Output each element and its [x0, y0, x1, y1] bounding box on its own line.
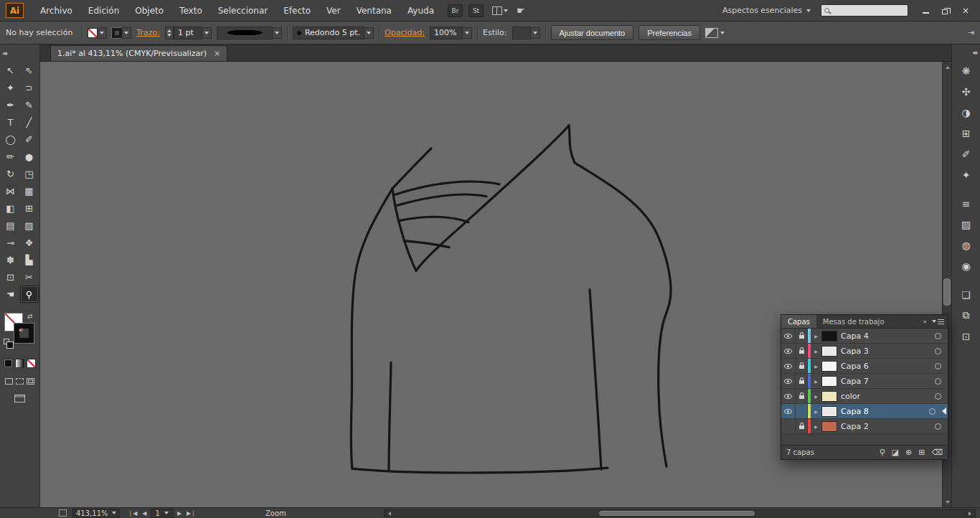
new-layer-icon[interactable]: ⊞ [918, 448, 925, 457]
menu-objeto[interactable]: Objeto [127, 0, 171, 22]
swatches-panel-icon[interactable]: ⊞ [956, 123, 977, 143]
hand-tool[interactable]: ☚ [1, 286, 20, 303]
type-tool[interactable]: T [1, 113, 20, 131]
transparency-panel-icon[interactable]: ◍ [956, 235, 977, 255]
layer-target-circle[interactable] [935, 333, 941, 339]
horizontal-scrollbar[interactable] [384, 509, 976, 517]
layer-name[interactable]: Capa 8 [837, 407, 929, 416]
graphic-style-value[interactable] [512, 27, 531, 39]
locate-object-icon[interactable]: ⚲ [880, 448, 885, 457]
stroke-panel-icon[interactable]: ≡ [956, 194, 977, 213]
menu-efecto[interactable]: Efecto [275, 0, 319, 22]
stroke-panel-link[interactable]: Trazo: [136, 28, 160, 37]
tab-close-icon[interactable]: × [214, 49, 220, 58]
layer-expand-triangle[interactable]: ▶ [811, 404, 821, 418]
delete-layer-icon[interactable]: ⌫ [931, 448, 943, 457]
appearance-panel-icon[interactable]: ◉ [956, 256, 977, 276]
layer-thumbnail[interactable] [821, 406, 837, 417]
layer-expand-triangle[interactable]: ▶ [811, 419, 821, 433]
menu-ventana[interactable]: Ventana [349, 0, 400, 22]
default-fill-stroke-icon[interactable] [4, 339, 9, 344]
layer-target-circle[interactable] [935, 348, 941, 354]
layer-thumbnail[interactable] [821, 376, 837, 387]
layer-expand-triangle[interactable]: ▶ [811, 329, 821, 343]
blend-tool[interactable]: ❖ [20, 234, 39, 251]
layer-lock-toggle[interactable] [796, 389, 808, 403]
fill-dropdown[interactable] [98, 27, 107, 39]
eyedropper-tool[interactable]: ⊸ [1, 234, 20, 251]
layer-target-circle[interactable] [935, 378, 941, 385]
brushes-panel-icon[interactable]: ✐ [956, 144, 977, 164]
bridge-button[interactable]: Br [448, 4, 463, 17]
menu-edicion[interactable]: Edición [80, 0, 127, 22]
kuler-panel-icon[interactable]: ❋ [956, 61, 977, 80]
lasso-tool[interactable]: ⊃ [20, 79, 39, 96]
preferences-button[interactable]: Preferencias [639, 25, 700, 40]
layer-target-circle[interactable] [935, 363, 941, 369]
layer-name[interactable]: Capa 2 [837, 422, 935, 431]
style-button[interactable]: St [468, 4, 484, 17]
layer-row[interactable]: ▶Capa 7 [781, 374, 948, 389]
layer-name[interactable]: Capa 6 [837, 362, 935, 371]
brush-definition-value[interactable]: Redondo 5 pt. [293, 27, 364, 39]
tools-collapse-button[interactable]: ◂◂ [0, 44, 39, 62]
ellipse-tool[interactable]: ◯ [1, 131, 20, 148]
menu-ver[interactable]: Ver [319, 0, 349, 22]
layer-name[interactable]: Capa 4 [837, 331, 935, 341]
color-mode-button[interactable] [4, 359, 13, 368]
free-transform-tool[interactable]: ▦ [20, 182, 39, 199]
layer-name[interactable]: color [837, 392, 935, 401]
rotate-tool[interactable]: ↻ [1, 165, 20, 182]
width-tool[interactable]: ⋈ [1, 182, 20, 199]
fill-color-control[interactable] [88, 27, 107, 39]
stroke-weight-value[interactable]: 1 pt [174, 27, 202, 39]
layer-target-circle[interactable] [929, 408, 936, 415]
screen-mode-button[interactable] [14, 395, 25, 402]
artboards-panel-icon[interactable]: ⊡ [956, 326, 977, 346]
stroke-color-control[interactable] [112, 27, 131, 39]
brush-definition-dropdown[interactable] [364, 27, 374, 39]
pen-tool[interactable]: ✒ [1, 96, 20, 113]
stroke-swatch[interactable] [14, 324, 34, 343]
draw-inside-button[interactable] [27, 378, 34, 385]
column-graph-tool[interactable]: ▙ [20, 251, 39, 268]
magic-wand-tool[interactable]: ✦ [1, 79, 20, 96]
menu-archivo[interactable]: Archivo [32, 0, 80, 22]
layer-visibility-toggle[interactable] [781, 359, 796, 373]
share-icon[interactable]: ☛ [517, 5, 525, 16]
workspace-switcher[interactable]: Aspectos esenciales [720, 4, 814, 17]
width-profile-preview[interactable] [217, 27, 273, 39]
layer-thumbnail[interactable] [821, 346, 837, 357]
layer-visibility-toggle[interactable] [781, 344, 796, 358]
layer-row[interactable]: ▶Capa 4 [781, 329, 948, 344]
menu-ayuda[interactable]: Ayuda [400, 0, 442, 22]
fit-document-button[interactable]: Ajustar documento [551, 25, 634, 40]
layer-visibility-toggle[interactable] [781, 389, 796, 403]
vertical-scroll-thumb[interactable] [943, 278, 951, 306]
gradient-mode-button[interactable] [15, 359, 24, 368]
close-button[interactable]: × [956, 4, 976, 18]
panel-collapse-icon[interactable]: » [923, 318, 927, 325]
opacity-panel-link[interactable]: Opacidad: [385, 28, 425, 37]
gradient-panel-icon[interactable]: ▨ [956, 215, 977, 234]
layer-visibility-toggle[interactable] [781, 419, 796, 433]
layer-expand-triangle[interactable]: ▶ [811, 344, 821, 358]
arrange-documents-button[interactable] [492, 6, 508, 15]
shape-builder-tool[interactable]: ◧ [1, 199, 20, 217]
stroke-weight-stepper[interactable] [165, 27, 174, 39]
none-mode-button[interactable] [27, 359, 36, 368]
layer-name[interactable]: Capa 7 [837, 377, 935, 386]
control-bar-menu-icon[interactable]: ⇥ [968, 28, 974, 37]
layer-target-circle[interactable] [935, 393, 941, 400]
layer-thumbnail[interactable] [821, 391, 837, 402]
layer-expand-triangle[interactable]: ▶ [811, 374, 821, 388]
slice-tool[interactable]: ✂ [20, 268, 39, 286]
layers-panel-icon[interactable]: ⧉ [956, 306, 977, 325]
mesh-tool[interactable]: ▤ [1, 217, 20, 234]
line-segment-tool[interactable]: ╱ [20, 113, 39, 131]
layer-row[interactable]: ▶Capa 8 [781, 404, 948, 419]
layer-name[interactable]: Capa 3 [837, 347, 935, 356]
stroke-dropdown[interactable] [122, 27, 131, 39]
color-panel-icon[interactable]: ◑ [956, 103, 977, 122]
select-similar-control[interactable] [705, 28, 725, 38]
